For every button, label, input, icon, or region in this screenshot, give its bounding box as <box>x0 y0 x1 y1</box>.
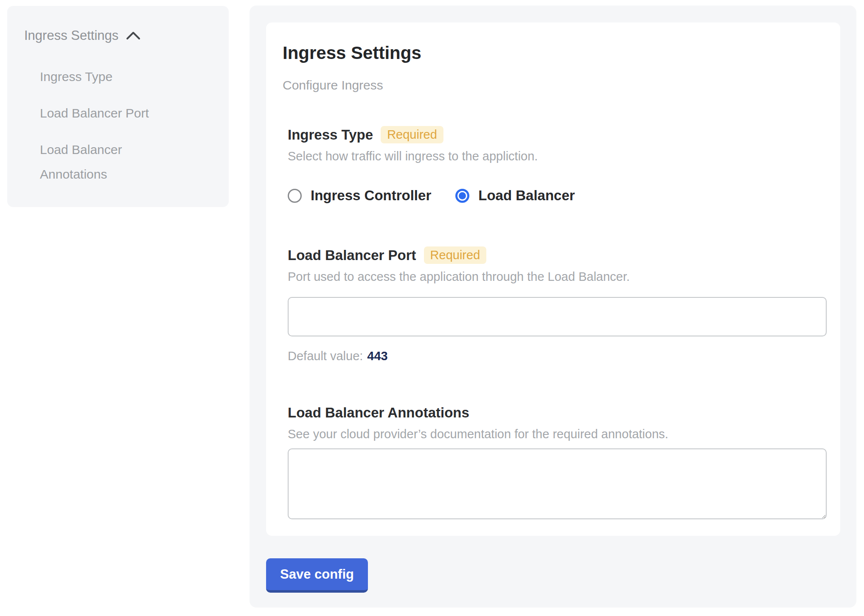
chevron-up-icon <box>126 31 140 40</box>
load-balancer-port-input[interactable] <box>288 297 827 336</box>
sidebar-group-label: Ingress Settings <box>24 27 118 44</box>
save-config-button[interactable]: Save config <box>266 558 368 593</box>
page-title: Ingress Settings <box>283 44 827 62</box>
sidebar-item-load-balancer-annotations[interactable]: Load Balancer Annotations <box>40 137 180 187</box>
section-label-row: Load Balancer Port Required <box>288 246 827 264</box>
default-value: 443 <box>367 349 387 363</box>
sidebar-item-ingress-type[interactable]: Ingress Type <box>40 64 180 89</box>
sidebar-item-list: Ingress Type Load Balancer Port Load Bal… <box>40 64 212 187</box>
required-badge: Required <box>381 126 443 143</box>
section-label-row: Load Balancer Annotations <box>288 404 827 421</box>
default-value-row: Default value:443 <box>288 348 827 364</box>
section-description: Port used to access the application thro… <box>288 269 827 284</box>
page-subtitle: Configure Ingress <box>283 78 827 93</box>
section-label: Ingress Type <box>288 126 373 143</box>
radio-option-load-balancer[interactable]: Load Balancer <box>455 187 575 204</box>
ingress-type-radio-group: Ingress Controller Load Balancer <box>288 187 827 204</box>
section-label-row: Ingress Type Required <box>288 126 827 143</box>
radio-option-label: Load Balancer <box>478 187 575 204</box>
load-balancer-annotations-textarea[interactable] <box>288 448 827 519</box>
section-label: Load Balancer Annotations <box>288 404 469 421</box>
required-badge: Required <box>424 246 487 264</box>
ingress-settings-card: Ingress Settings Configure Ingress Ingre… <box>266 22 840 536</box>
radio-ingress-controller[interactable] <box>288 189 302 203</box>
radio-option-label: Ingress Controller <box>311 187 431 204</box>
sidebar-group-ingress-settings[interactable]: Ingress Settings <box>24 27 212 44</box>
sidebar-nav: Ingress Settings Ingress Type Load Balan… <box>7 6 229 207</box>
section-load-balancer-port: Load Balancer Port Required Port used to… <box>288 246 827 364</box>
section-label: Load Balancer Port <box>288 247 416 264</box>
radio-load-balancer[interactable] <box>455 189 469 203</box>
section-description: See your cloud provider’s documentation … <box>288 426 827 442</box>
settings-panel: Ingress Settings Configure Ingress Ingre… <box>250 6 856 608</box>
sidebar-item-load-balancer-port[interactable]: Load Balancer Port <box>40 101 180 126</box>
section-load-balancer-annotations: Load Balancer Annotations See your cloud… <box>288 404 827 519</box>
section-description: Select how traffic will ingress to the a… <box>288 148 827 164</box>
radio-option-ingress-controller[interactable]: Ingress Controller <box>288 187 431 204</box>
section-ingress-type: Ingress Type Required Select how traffic… <box>288 126 827 204</box>
default-value-label: Default value: <box>288 349 363 363</box>
